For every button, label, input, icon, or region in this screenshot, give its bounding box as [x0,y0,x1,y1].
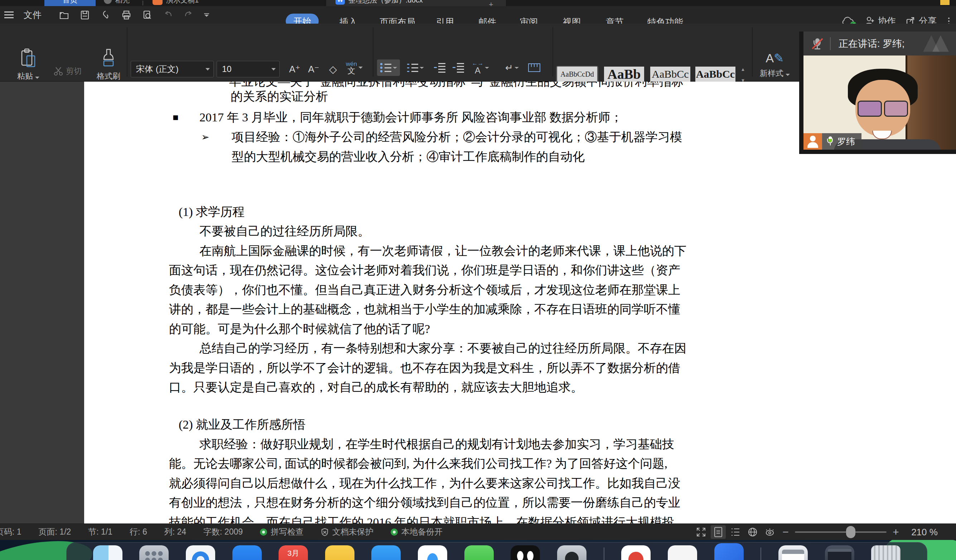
dock-icon-weather[interactable] [418,545,447,560]
dock-icon-minimized-window[interactable] [825,545,854,560]
zoom-slider-thumb[interactable] [846,526,855,538]
file-menu[interactable]: 文件 [24,9,41,21]
local-backup-label: 本地备份开 [401,526,443,538]
print-preview-button[interactable] [141,9,153,21]
redo-button[interactable] [182,9,195,21]
save-button[interactable] [79,9,91,21]
screen: 首页 稻壳 演示文稿1 W 整理想法（参加）.docx + 文件 [0,0,956,560]
phonetic-guide-button[interactable]: wén文 [346,60,363,76]
dock-icon-white-app[interactable] [668,545,697,560]
quick-access-dropdown-icon[interactable] [204,13,209,17]
meeting-app-logo-icon [921,35,951,52]
dock-icon-app-store[interactable] [371,545,401,560]
new-style-button[interactable]: A✎ 新样式 [756,51,794,79]
decrease-indent-button[interactable] [432,60,448,76]
format-painter-button[interactable]: 格式刷 [97,48,120,82]
document-line-4: 型的大型机械交易的营业收入分析；④审计工作底稿制作的自动化 [232,149,585,164]
dock-icon-black-app[interactable] [511,545,540,560]
dock-icon-facetime[interactable] [464,545,494,560]
tab-home[interactable]: 首页 [44,0,96,6]
document-line-3: 项目经验：①海外子公司的经营风险分析；②会计分录的可视化；③基于机器学习模 [232,130,682,144]
tab-presentation[interactable]: 演示文稿1 [153,0,199,6]
status-item-0: 页码: 1 [0,526,22,538]
char-scale-button[interactable]: ←→A [472,60,489,76]
document-line-11: 的可能。可是为什么那个时候就信了他的话了呢? [169,322,430,336]
participant-smile [872,131,892,139]
fullscreen-icon[interactable] [693,525,709,539]
font-size-select[interactable]: 10 [217,61,280,77]
font-name-select[interactable]: 宋体 (正文) [131,61,214,77]
tab-home-label: 首页 [63,0,78,5]
clear-format-button[interactable]: ◇ [325,61,341,77]
status-item-5: 字数: 2009 [203,526,243,538]
cut-button[interactable]: 剪切 [54,66,82,77]
vip-crown-icon[interactable] [940,0,950,5]
hamburger-menu-icon[interactable] [4,11,14,19]
web-view-icon[interactable] [745,525,760,539]
dock-icon-finder[interactable] [93,545,123,560]
meeting-header: 正在讲话: 罗纬; [803,31,956,55]
participant-glasses [857,101,908,117]
document-line-8: 面这句话，现在仍然记得。这位会计老师对着我们说，你们班是学日语的，和你们讲这些（… [169,263,680,277]
style-sample: AaBb [604,67,644,82]
decrease-font-button[interactable]: A⁻ [306,61,322,77]
document-line-10: 讲的，都是一些会计上的基础概念，也就相当于小学生的加减乘除，不存在日语班的同学听… [169,302,680,316]
dock-icon-music[interactable] [621,545,651,560]
dock-icon-files-window[interactable] [778,545,808,560]
document-line-14: 口。只要认定是自己喜欢的，对自己的成长有帮助的，就应该去大胆地追求。 [169,380,583,395]
list-bullet: ■ [173,110,178,124]
document-line-20: 技能的工作机会，而在自己找工作的 2016 年的日本就职市场上，在数据分析领域进… [169,515,674,524]
dock-icon-calendar[interactable]: 3月 [278,545,308,560]
status-right: − + 210 % [692,524,956,540]
dock-icon-photo-booth[interactable] [557,545,586,560]
eye-protection-icon[interactable] [762,525,777,539]
increase-font-button[interactable]: A⁺ [287,61,303,77]
undo-button[interactable] [162,9,174,21]
presentation-icon [153,0,162,5]
font-size-value: 10 [222,64,232,74]
tab-ruler-button[interactable] [526,60,542,76]
document-line-0: 毕业论文—关于“金融同业拆借利率变动指标”与“金融衍生品交易额中间报价利率指标” [229,82,689,89]
meeting-overlay[interactable]: 正在讲话: 罗纬; 罗纬 [799,31,956,154]
status-bar: 页码: 1页面: 1/2节: 1/1行: 6列: 24字数: 2009 拼写检查… [0,524,956,540]
zoom-in-button[interactable]: + [889,526,903,538]
dock-icon-docs-blue[interactable] [714,543,744,560]
spell-check-status[interactable]: 拼写检查 [260,526,303,538]
participant-name-tag: 罗纬 [803,133,862,149]
print-button[interactable] [120,9,132,21]
tab-document-label: 整理想法（参加）.docx [348,0,423,5]
outline-view-icon[interactable] [728,525,743,539]
tab-docer-label: 稻壳 [115,0,130,5]
tab-document-active[interactable]: W 整理想法（参加）.docx [326,0,506,6]
shield-icon [321,528,329,536]
numbered-list-button[interactable] [404,60,427,76]
tab-docer[interactable]: 稻壳 [104,0,130,6]
bullet-list-button[interactable] [377,60,400,76]
speaking-status-label: 正在讲话: 罗纬; [838,37,905,50]
wrap-button[interactable]: ↵ [504,60,520,76]
microphone-muted-icon[interactable] [813,38,822,50]
dock-icon-trash[interactable] [871,545,901,560]
dock-icon-launchpad[interactable] [139,545,169,560]
paste-button[interactable]: 粘贴 [17,48,39,82]
open-file-button[interactable] [58,9,70,21]
export-button[interactable] [99,9,112,21]
zoom-percent-label: 210 % [903,527,946,538]
document-line-12: 总结自己的学习经历，有一条特别想和大家分享：不要被自己的过往经历所局限。不存在因 [200,341,686,356]
dock-icon-notes[interactable] [325,545,354,560]
document-line-5: (1) 求学历程 [179,205,245,219]
local-backup-status[interactable]: 本地备份开 [391,526,443,538]
tab-bar: 首页 稻壳 演示文稿1 W 整理想法（参加）.docx + [0,0,956,6]
increase-indent-button[interactable] [450,60,466,76]
zoom-out-button[interactable]: − [778,526,793,538]
dock-icon-mail[interactable] [233,545,262,560]
page-view-icon[interactable] [711,525,726,539]
new-tab-button[interactable]: + [489,0,494,6]
tab-separator [143,1,143,5]
dock-icon-safari[interactable] [186,545,215,560]
style-sample: AaBbCc [695,67,736,82]
font-name-value: 宋体 (正文) [136,63,179,75]
zoom-slider[interactable] [795,532,887,533]
doc-protection-status[interactable]: 文档未保护 [321,526,373,538]
participant-video[interactable]: 罗纬 [803,55,956,149]
